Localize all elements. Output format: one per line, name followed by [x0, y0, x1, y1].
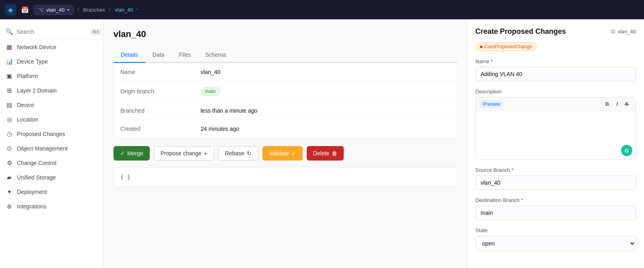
propose-change-button[interactable]: Propose change + — [154, 146, 214, 161]
sidebar-icon-network-device: ▦ — [6, 43, 13, 51]
state-select[interactable]: openclosedmerged — [475, 236, 636, 251]
rebase-button[interactable]: Rebase ↻ — [218, 146, 258, 161]
sidebar-label-deployment: Deployment — [17, 189, 47, 195]
propose-plus-icon: + — [204, 150, 207, 157]
sidebar-item-device[interactable]: ▤ Device — [0, 98, 103, 112]
breadcrumb-branches[interactable]: Branches — [83, 7, 105, 13]
tab-details[interactable]: Details — [114, 47, 145, 63]
sidebar: 🔍 ⌘K ▦ Network Device 📊 Device Type ▣ Pl… — [0, 0, 104, 268]
italic-button[interactable]: I — [613, 100, 621, 108]
strikethrough-button[interactable]: S̶ — [622, 100, 632, 108]
page-title: vlan_40 — [114, 29, 457, 39]
destination-branch-input[interactable] — [475, 206, 636, 220]
editor-preview-tab[interactable]: Preview — [480, 100, 504, 108]
table-row: Namevlan_40 — [114, 63, 457, 81]
branch-selector[interactable]: ⌥ vlan_40 ▾ — [34, 5, 74, 15]
sidebar-item-platform[interactable]: ▣ Platform — [0, 69, 103, 83]
sidebar-label-device-type: Device Type — [17, 58, 48, 65]
search-input[interactable] — [17, 29, 87, 35]
sidebar-icon-platform: ▣ — [6, 72, 13, 80]
description-label: Description — [475, 89, 636, 95]
validate-icon: ✓ — [291, 150, 296, 157]
sidebar-icon-proposed-changes: ◷ — [6, 130, 13, 138]
detail-label: Origin branch — [114, 81, 194, 102]
badge-dot — [480, 45, 483, 48]
app-logo[interactable]: ◈ — [5, 4, 16, 15]
sidebar-icon-device: ▤ — [6, 101, 13, 109]
topbar: ◈ 📅 ⌥ vlan_40 ▾ / Branches / vlan_40 ⌃ — [0, 0, 644, 19]
sidebar-item-integrations[interactable]: ⊛ Integrations — [0, 199, 103, 214]
sidebar-item-layer2-domain[interactable]: ⊞ Layer 2 Domain — [0, 83, 103, 98]
destination-branch-label: Destination Branch * — [475, 197, 636, 203]
sidebar-item-proposed-changes[interactable]: ◷ Proposed Changes — [0, 127, 103, 141]
grammarly-button[interactable]: G — [621, 145, 632, 156]
sidebar-icon-change-control: ⚙ — [6, 159, 13, 167]
panel-title: Create Proposed Changes — [475, 27, 566, 36]
sidebar-label-device: Device — [17, 102, 34, 108]
sidebar-label-location: Location — [17, 116, 38, 123]
detail-value: main — [194, 81, 457, 102]
main-area: vlan_40 DetailsDataFilesSchema Namevlan_… — [104, 0, 644, 268]
destination-branch-field-group: Destination Branch * — [475, 197, 636, 220]
sidebar-item-deployment[interactable]: ✦ Deployment — [0, 185, 103, 199]
source-branch-input[interactable] — [475, 175, 636, 190]
detail-value: less than a minute ago — [194, 102, 457, 120]
name-label: Name * — [475, 58, 636, 64]
detail-label: Created — [114, 120, 194, 138]
right-panel: Create Proposed Changes ⧉ vlan_40 CorePr… — [467, 19, 644, 268]
detail-label: Name — [114, 63, 194, 81]
detail-label: Branched — [114, 102, 194, 120]
sidebar-icon-deployment: ✦ — [6, 188, 13, 196]
sidebar-item-unified-storage[interactable]: ▰ Unified Storage — [0, 170, 103, 185]
sidebar-item-network-device[interactable]: ▦ Network Device — [0, 40, 103, 54]
source-branch-field-group: Source Branch * — [475, 167, 636, 190]
detail-value: vlan_40 — [194, 63, 457, 81]
merge-check-icon: ✓ — [120, 150, 125, 157]
sidebar-icon-object-management: ⊙ — [6, 145, 13, 152]
description-editor: Preview B I S̶ G — [475, 97, 636, 160]
code-preview: { } — [114, 167, 457, 187]
sidebar-label-object-management: Object Management — [17, 145, 68, 152]
sidebar-icon-unified-storage: ▰ — [6, 174, 13, 181]
search-shortcut: ⌘K — [90, 29, 101, 35]
bold-button[interactable]: B — [603, 100, 612, 108]
delete-icon: 🗑 — [332, 150, 337, 157]
sidebar-label-layer2-domain: Layer 2 Domain — [17, 87, 57, 94]
actions-bar: ✓ Merge Propose change + Rebase ↻ Valida… — [114, 146, 457, 161]
sidebar-label-platform: Platform — [17, 73, 38, 79]
tab-schema[interactable]: Schema — [198, 47, 233, 63]
breadcrumb-sep-1: / — [78, 6, 79, 13]
tab-files[interactable]: Files — [171, 47, 198, 63]
sidebar-icon-integrations: ⊛ — [6, 203, 13, 210]
sidebar-item-location[interactable]: ◎ Location — [0, 112, 103, 127]
merge-button[interactable]: ✓ Merge — [114, 146, 150, 161]
sidebar-label-integrations: Integrations — [17, 203, 46, 210]
sidebar-label-network-device: Network Device — [17, 44, 56, 50]
tabs: DetailsDataFilesSchema — [114, 47, 457, 63]
delete-button[interactable]: Delete 🗑 — [307, 146, 344, 161]
panel-badge-row: CoreProposedChange — [475, 42, 636, 51]
source-branch-label: Source Branch * — [475, 167, 636, 173]
table-row: Origin branchmain — [114, 81, 457, 102]
sidebar-item-change-control[interactable]: ⚙ Change Control — [0, 156, 103, 170]
editor-body[interactable]: G — [476, 111, 636, 159]
panel-header: Create Proposed Changes ⧉ vlan_40 — [475, 27, 636, 36]
rebase-icon: ↻ — [247, 150, 252, 157]
panel-vlan-badge: ⧉ vlan_40 — [611, 28, 636, 35]
state-label: State — [475, 227, 636, 233]
calendar-icon[interactable]: 📅 — [19, 4, 31, 15]
sidebar-icon-layer2-domain: ⊞ — [6, 87, 13, 94]
state-field-group: State openclosedmerged — [475, 227, 636, 251]
table-row: Created24 minutes ago — [114, 120, 457, 138]
sidebar-icon-location: ◎ — [6, 116, 13, 123]
sidebar-item-object-management[interactable]: ⊙ Object Management — [0, 141, 103, 156]
sidebar-item-device-type[interactable]: 📊 Device Type — [0, 54, 103, 69]
detail-table: Namevlan_40Origin branchmainBranchedless… — [114, 63, 457, 138]
tab-data[interactable]: Data — [145, 47, 172, 63]
breadcrumb-current[interactable]: vlan_40 ⌃ — [115, 7, 139, 13]
sidebar-label-unified-storage: Unified Storage — [17, 174, 56, 181]
name-input[interactable] — [475, 67, 636, 81]
validate-button[interactable]: Validate ✓ — [262, 146, 303, 161]
search-container: 🔍 ⌘K — [0, 24, 103, 40]
editor-toolbar: Preview B I S̶ — [476, 97, 636, 111]
